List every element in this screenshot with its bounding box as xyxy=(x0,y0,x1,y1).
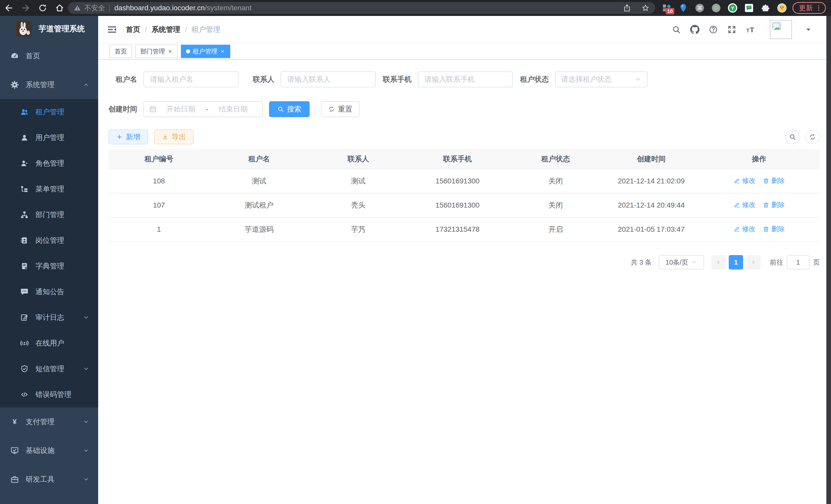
cell-contact: 秃头 xyxy=(309,193,408,217)
sidebar-item-dict[interactable]: 字典管理 xyxy=(0,253,98,279)
toggle-search-button[interactable] xyxy=(785,130,800,144)
extension-y-icon[interactable] xyxy=(728,3,738,13)
edit-link[interactable]: 修改 xyxy=(733,176,755,185)
delete-link[interactable]: 删除 xyxy=(763,225,785,234)
tab-home[interactable]: 首页 xyxy=(110,45,132,58)
tab-tenant[interactable]: 租户管理 xyxy=(181,45,230,58)
prev-page-button[interactable] xyxy=(711,255,726,269)
profile-avatar-icon[interactable] xyxy=(777,3,787,13)
help-icon[interactable] xyxy=(709,25,718,34)
browser-chrome: 不安全 dashboard.yudao.iocoder.cn/system/te… xyxy=(0,0,831,16)
cell-created_at: 2021-01-05 17:03:47 xyxy=(604,217,698,241)
sidebar-item-infra[interactable]: 基础设施 xyxy=(0,436,98,465)
refresh-table-button[interactable] xyxy=(805,130,820,144)
search-button[interactable]: 搜索 xyxy=(269,101,310,117)
sidebar-item-post[interactable]: 岗位管理 xyxy=(0,228,98,253)
font-size-icon[interactable] xyxy=(746,25,755,34)
goto-page-input[interactable] xyxy=(787,255,809,269)
close-icon[interactable] xyxy=(168,49,173,54)
page-size-select[interactable]: 10条/页 xyxy=(659,255,704,269)
search-icon xyxy=(277,106,284,113)
sidebar-item-menu[interactable]: 菜单管理 xyxy=(0,176,98,202)
browser-home-icon[interactable] xyxy=(55,3,64,12)
browser-reload-icon[interactable] xyxy=(38,3,47,12)
bookmark-star-icon[interactable] xyxy=(641,4,650,12)
extensions-puzzle-icon[interactable] xyxy=(761,3,770,13)
refresh-icon xyxy=(328,106,335,113)
table-header-row: 租户编号租户名联系人联系手机租户状态创建时间操作 xyxy=(109,149,820,169)
id-badge-icon xyxy=(20,236,29,245)
breadcrumb-system[interactable]: 系统管理 xyxy=(152,25,180,34)
extension-balloon-icon[interactable] xyxy=(678,3,688,13)
hamburger-icon[interactable] xyxy=(107,24,117,35)
chevron-down-icon xyxy=(635,76,641,83)
add-button[interactable]: 新增 xyxy=(109,129,148,144)
sidebar-item-audit-log[interactable]: 审计日志 xyxy=(0,305,98,330)
edit-pencil-icon xyxy=(733,226,740,233)
tenant-name-input[interactable] xyxy=(143,71,238,87)
fullscreen-icon[interactable] xyxy=(727,25,737,34)
browser-scrollbar[interactable] xyxy=(826,16,831,504)
current-page-button[interactable]: 1 xyxy=(729,255,743,269)
sidebar-item-user[interactable]: 用户管理 xyxy=(0,125,98,151)
avatar-caret-down-icon[interactable] xyxy=(805,26,812,33)
sidebar-item-online-user[interactable]: 在线用户 xyxy=(0,330,98,356)
sidebar-item-system[interactable]: 系统管理 xyxy=(0,70,98,99)
delete-link[interactable]: 删除 xyxy=(763,200,785,209)
book-icon xyxy=(20,262,29,270)
create-time-label: 创建时间 xyxy=(109,104,137,114)
share-icon[interactable] xyxy=(623,4,631,12)
filter-status: 租户状态 请选择租户状态 xyxy=(520,71,648,87)
status-select[interactable]: 请选择租户状态 xyxy=(555,71,648,87)
column-header: 租户名 xyxy=(209,149,309,169)
close-icon[interactable] xyxy=(220,49,225,54)
sidebar-item-label: 字典管理 xyxy=(35,261,64,271)
sidebar-item-dept[interactable]: 部门管理 xyxy=(0,202,98,228)
message-icon xyxy=(20,288,29,296)
online-icon xyxy=(20,339,29,348)
trash-icon xyxy=(763,178,769,184)
sidebar-item-sms[interactable]: 短信管理 xyxy=(0,356,98,382)
delete-link[interactable]: 删除 xyxy=(763,176,785,185)
address-bar[interactable]: 不安全 dashboard.yudao.iocoder.cn/system/te… xyxy=(68,2,655,14)
browser-menu-dots-icon[interactable] xyxy=(815,4,823,12)
cell-mobile: 17321315478 xyxy=(408,217,507,241)
sidebar-item-label: 岗位管理 xyxy=(35,236,64,245)
mobile-input[interactable] xyxy=(418,71,513,87)
header-search-icon[interactable] xyxy=(672,25,681,34)
extension-command-icon[interactable] xyxy=(695,3,705,13)
edit-link[interactable]: 修改 xyxy=(733,200,755,209)
next-page-button[interactable] xyxy=(746,255,761,269)
sidebar-item-devtool[interactable]: 研发工具 xyxy=(0,465,98,494)
filter-row-1: 租户名 联系人 联系手机 租户状态 请选择租户状态 xyxy=(109,71,820,87)
cell-status: 开启 xyxy=(507,217,604,241)
extension-chat-icon[interactable] xyxy=(744,3,754,13)
sidebar-item-home[interactable]: 首页 xyxy=(0,41,98,70)
filter-contact: 联系人 xyxy=(246,71,376,87)
edit-link[interactable]: 修改 xyxy=(733,225,755,234)
logo-row[interactable]: 芋道管理系统 xyxy=(0,16,98,41)
tab-dept[interactable]: 部门管理 xyxy=(135,45,178,58)
sidebar-item-error-code[interactable]: 错误码管理 xyxy=(0,382,98,407)
export-button[interactable]: 导出 xyxy=(154,129,194,144)
github-icon[interactable] xyxy=(690,25,699,34)
tab-label: 首页 xyxy=(115,47,127,56)
breadcrumb: 首页 / 系统管理 / 租户管理 xyxy=(126,25,221,34)
contact-input[interactable] xyxy=(281,71,376,87)
browser-update-button[interactable]: 更新 xyxy=(793,2,826,14)
breadcrumb-home[interactable]: 首页 xyxy=(126,25,140,34)
browser-back-icon[interactable] xyxy=(4,3,13,12)
edit-pencil-icon xyxy=(733,178,740,184)
shield-check-icon xyxy=(20,364,29,373)
user-avatar[interactable] xyxy=(770,20,792,39)
browser-forward-icon[interactable] xyxy=(21,3,30,12)
reset-button[interactable]: 重置 xyxy=(321,101,360,117)
create-time-range-picker[interactable]: 开始日期 - 结束日期 xyxy=(143,101,263,117)
extension-dot-icon[interactable] xyxy=(711,3,721,13)
sidebar-item-role[interactable]: 角色管理 xyxy=(0,151,98,176)
sidebar-item-notice[interactable]: 通知公告 xyxy=(0,279,98,305)
sidebar-item-tenant[interactable]: 租户管理 xyxy=(0,99,98,125)
tree-icon xyxy=(20,185,29,194)
sidebar-item-pay[interactable]: 支付管理 xyxy=(0,407,98,436)
extension-squares-icon[interactable]: 10 xyxy=(662,3,672,13)
